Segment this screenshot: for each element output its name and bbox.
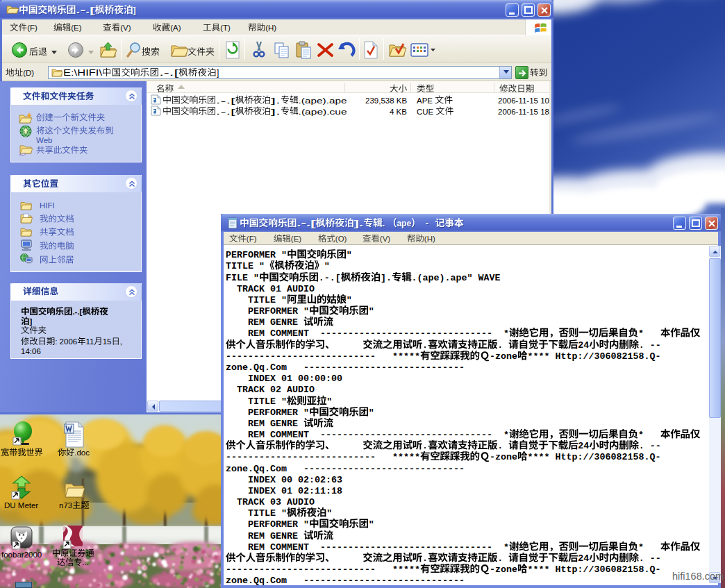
svg-text:COMMENT: COMMENT	[270, 329, 309, 339]
svg-text:].: ].	[381, 273, 392, 283]
svg-text:*****: *****	[392, 564, 420, 575]
svg-text:CUE: CUE	[417, 108, 434, 116]
svg-text:": "	[303, 306, 309, 317]
svg-text:Web: Web	[36, 136, 52, 144]
svg-text:-zone: -zone	[490, 564, 517, 575]
svg-text:GENRE: GENRE	[270, 419, 298, 429]
svg-text:Http://306082158.Q-: Http://306082158.Q-	[555, 351, 660, 362]
svg-text:.(ape).cue: .(ape).cue	[299, 108, 347, 116]
svg-text:.: .	[422, 553, 428, 564]
svg-text:PERFORMER: PERFORMER	[248, 306, 298, 317]
svg-text:ape: ape	[397, 219, 411, 228]
svg-text:zone.Qq.Com: zone.Qq.Com	[226, 362, 287, 373]
svg-text:": "	[259, 262, 265, 272]
svg-text:REM: REM	[248, 531, 265, 541]
svg-text:(F): (F)	[247, 235, 257, 243]
svg-text:-----------------------------: -----------------------------	[303, 362, 465, 373]
svg-text:.-.[: .-.[	[216, 108, 237, 116]
svg-text:-----------------------------: -----------------------------	[303, 464, 465, 474]
svg-text:HIFI: HIFI	[40, 201, 55, 210]
svg-text:11: 11	[86, 337, 94, 346]
svg-text:24: 24	[578, 441, 589, 451]
svg-text:------------------------------: -------------------------------	[320, 329, 492, 339]
svg-text:,: ,	[120, 337, 122, 346]
svg-text:INDEX: INDEX	[248, 475, 276, 485]
svg-text:.-.[: .-.[	[318, 273, 340, 283]
svg-text:(O): (O)	[335, 235, 347, 243]
svg-text:------------------------------: -------------------------------	[320, 430, 492, 440]
svg-text:-zone: -zone	[490, 351, 517, 362]
svg-text:.(ape).ape: .(ape).ape	[299, 96, 347, 105]
svg-text:(E): (E)	[71, 24, 82, 32]
svg-text:---------------------------: ---------------------------	[226, 351, 376, 362]
svg-text:GENRE: GENRE	[270, 318, 298, 328]
svg-text:*****: *****	[392, 453, 420, 463]
svg-text:.(ape).ape": .(ape).ape"	[411, 273, 472, 283]
svg-text:": "	[324, 262, 329, 272]
svg-text:foobar2000: foobar2000	[1, 551, 42, 559]
svg-text:FILE: FILE	[226, 273, 248, 283]
svg-text:00: 00	[281, 475, 292, 485]
svg-text:TRACK: TRACK	[237, 497, 265, 507]
svg-text:": "	[253, 273, 259, 283]
svg-text:REM: REM	[248, 329, 265, 339]
svg-text:(V): (V)	[120, 24, 131, 32]
svg-text:(A): (A)	[170, 24, 181, 32]
svg-text:": "	[346, 295, 351, 305]
svg-text:GENRE: GENRE	[270, 531, 298, 541]
svg-text:****: ****	[527, 564, 549, 575]
svg-text:hifi168.com: hifi168.com	[672, 571, 724, 582]
svg-text:]: ]	[133, 6, 136, 15]
svg-text:*: *	[503, 329, 509, 339]
svg-text:": "	[303, 408, 309, 418]
svg-text:(D): (D)	[23, 69, 34, 77]
svg-text:****: ****	[527, 351, 549, 362]
svg-text:": "	[368, 306, 374, 317]
svg-text:*: *	[503, 542, 509, 553]
svg-text:": "	[326, 396, 332, 407]
svg-text:02: 02	[270, 385, 281, 396]
svg-text:*: *	[638, 542, 643, 553]
svg-text:*****: *****	[392, 351, 420, 362]
svg-text:": "	[368, 408, 374, 418]
svg-text:.doc: .doc	[74, 448, 90, 457]
svg-text:.: .	[497, 441, 503, 451]
svg-text:]: ]	[217, 68, 219, 78]
svg-text:.: .	[638, 441, 644, 451]
svg-text:AUDIO: AUDIO	[287, 385, 315, 396]
svg-text:zone.Qq.Com: zone.Qq.Com	[226, 576, 287, 587]
svg-text:": "	[326, 509, 332, 519]
svg-text:.-.[: .-.[	[76, 6, 96, 15]
svg-text:KB: KB	[397, 96, 408, 105]
svg-text:-zone: -zone	[490, 453, 517, 463]
svg-text:KB: KB	[397, 108, 408, 116]
svg-text:].: ].	[271, 108, 281, 116]
svg-text:AUDIO: AUDIO	[287, 284, 315, 294]
svg-text:n73: n73	[59, 501, 72, 510]
svg-text:.: .	[638, 553, 644, 564]
svg-text:zone.Qq.Com: zone.Qq.Com	[226, 464, 287, 474]
svg-text:(E): (E)	[291, 235, 302, 243]
svg-text:INDEX: INDEX	[248, 373, 276, 384]
svg-text:PERFORMER: PERFORMER	[248, 408, 298, 418]
svg-text:": "	[281, 295, 287, 305]
svg-text:239,538: 239,538	[365, 96, 394, 105]
svg-text:].: ].	[354, 219, 364, 228]
svg-text:10: 10	[540, 96, 549, 105]
svg-text:Http://306082158.Q-: Http://306082158.Q-	[555, 453, 660, 463]
svg-text:DU: DU	[4, 501, 16, 510]
svg-text:": "	[346, 251, 351, 261]
svg-text:INDEX: INDEX	[248, 486, 276, 496]
svg-text:PERFORMER: PERFORMER	[226, 251, 276, 261]
svg-text:01: 01	[281, 373, 292, 384]
svg-text:18: 18	[540, 108, 549, 116]
svg-text:.: .	[638, 340, 644, 351]
svg-text:.-.[: .-.[	[72, 308, 82, 316]
svg-text:.: .	[497, 340, 503, 351]
svg-text:": "	[281, 509, 287, 519]
svg-text:(H): (H)	[424, 235, 435, 243]
svg-text:------------------------------: -------------------------------	[320, 542, 492, 553]
svg-text:---------------------------: ---------------------------	[226, 564, 376, 575]
svg-text:(V): (V)	[380, 235, 391, 243]
svg-text:E:\HIFI\: E:\HIFI\	[63, 68, 103, 78]
